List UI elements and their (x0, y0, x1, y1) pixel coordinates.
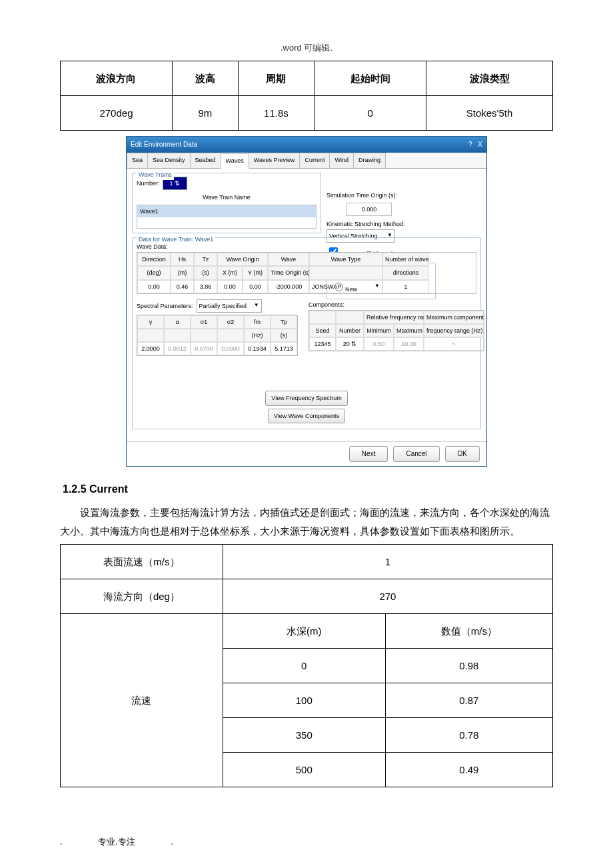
tab-sea-density[interactable]: Sea Density (147, 153, 191, 167)
close-icon[interactable]: X (478, 141, 482, 148)
view-frequency-spectrum-button[interactable]: View Frequency Spectrum (265, 391, 347, 405)
cell[interactable]: 0.00 (217, 280, 243, 293)
chevron-down-icon: ▼ (374, 281, 380, 292)
col-header (309, 266, 382, 279)
wave-train-name-header: Wave Train Name (137, 192, 316, 203)
wave-train-list[interactable]: Wave1 (137, 205, 316, 229)
cell[interactable]: 1 (382, 280, 429, 293)
cell[interactable]: 0.46 (171, 280, 194, 293)
tab-waves[interactable]: Waves (221, 153, 249, 168)
sim-origin-value[interactable]: 0.000 (346, 203, 392, 216)
col-header: Hs (171, 253, 194, 266)
col-header: 数值（m/s） (385, 613, 552, 648)
col-header: Tp (271, 315, 297, 329)
wave-type-dropdown[interactable]: JONSWAP▼ (309, 280, 382, 293)
cell: 表面流速（m/s） (61, 544, 223, 579)
tab-sea[interactable]: Sea (127, 153, 148, 167)
col-header: 波浪类型 (426, 61, 553, 96)
cell[interactable]: -2000.000 (268, 280, 309, 293)
col-header (164, 329, 191, 342)
spectral-params-label: Spectral Parameters: (137, 301, 193, 311)
cell[interactable]: 2.0000 (137, 342, 164, 355)
cell: 1 (223, 544, 552, 579)
next-button[interactable]: Next (349, 446, 388, 462)
page-footer: . 专业.专注 . (60, 834, 553, 849)
cell: 流速 (61, 613, 223, 787)
dialog-titlebar: Edit Environment Data ? X (127, 137, 486, 153)
footer-text: 专业.专注 (98, 837, 135, 847)
cell: 0.0700 (191, 342, 217, 355)
table-row: 流速水深(m)数值（m/s） (61, 613, 553, 648)
help-icon[interactable]: ? (468, 141, 472, 148)
tab-current[interactable]: Current (299, 153, 330, 167)
col-header: (s) (194, 266, 217, 279)
ok-button[interactable]: OK (445, 446, 480, 462)
wave-parameters-table: 波浪方向 波高 周期 起始时间 波浪类型 270deg 9m 11.8s 0 S… (60, 61, 553, 131)
view-wave-components-button[interactable]: View Wave Components (268, 409, 345, 423)
col-header (217, 329, 244, 342)
cell: 11.8s (238, 96, 314, 131)
cell: 9m (172, 96, 238, 131)
cell: 0 (314, 96, 426, 131)
dialog-title: Edit Environment Data (131, 139, 197, 151)
cell[interactable]: 0.1934 (244, 342, 271, 355)
col-header: σ2 (217, 315, 244, 329)
col-header: (deg) (137, 266, 171, 279)
col-header: 波高 (172, 61, 238, 96)
cell: ~ (424, 337, 484, 351)
cell: 0.87 (385, 683, 552, 717)
col-header: Number of wave (382, 253, 429, 266)
cell: 海流方向（deg） (61, 579, 223, 613)
components-grid: Relative frequency range Maximum compone… (308, 310, 484, 352)
spectral-params-dropdown[interactable]: Partially Specified▼ (197, 299, 262, 313)
cell: Stokes'5th (426, 96, 553, 131)
cell: 0.49 (385, 752, 552, 787)
cell[interactable]: 3.86 (194, 280, 217, 293)
list-item[interactable]: Wave1 (137, 205, 316, 217)
col-header: (s) (271, 329, 297, 342)
col-header: frequency range (Hz) (424, 324, 484, 337)
data-wave-train-legend: Data for Wave Train: Wave1 (137, 234, 215, 245)
cell[interactable]: 12345 (309, 337, 336, 351)
col-header (191, 329, 217, 342)
cancel-button[interactable]: Cancel (393, 446, 439, 462)
col-header: Seed (309, 324, 336, 337)
tab-wind[interactable]: Wind (329, 153, 354, 167)
cell: 10.00 (394, 337, 424, 351)
cell: 350 (223, 717, 385, 752)
col-header: Wave Type (309, 253, 382, 266)
cell: 0 (223, 648, 385, 683)
col-header: Tz (194, 253, 217, 266)
header-note: .word 可编辑. (60, 40, 553, 55)
tab-drawing[interactable]: Drawing (353, 153, 386, 167)
cell[interactable]: 0.00 (243, 280, 268, 293)
col-header: Wave (268, 253, 309, 266)
col-header: 周期 (238, 61, 314, 96)
table-row: 海流方向（deg）270 (61, 579, 553, 613)
col-header: Maximum (394, 324, 424, 337)
cell[interactable]: 5.1713 (271, 342, 297, 355)
col-header: 起始时间 (314, 61, 426, 96)
col-header: fm (244, 315, 271, 329)
chevron-down-icon: ▼ (254, 301, 259, 311)
number-stepper[interactable]: 20 ⇅ (336, 337, 364, 351)
col-header: γ (137, 315, 164, 329)
cell: 100 (223, 683, 385, 717)
cell: 0.50 (364, 337, 394, 351)
cell: 0.78 (385, 717, 552, 752)
table-row: 270deg 9m 11.8s 0 Stokes'5th (61, 96, 553, 131)
tab-waves-preview[interactable]: Waves Preview (249, 153, 301, 167)
col-header: directions (382, 266, 429, 279)
table-row: 波浪方向 波高 周期 起始时间 波浪类型 (61, 61, 553, 96)
col-header: 波浪方向 (61, 61, 173, 96)
edit-environment-dialog: Edit Environment Data ? X Sea Sea Densit… (126, 136, 487, 466)
tab-seabed[interactable]: Seabed (190, 153, 221, 167)
footer-text: . (60, 837, 63, 847)
body-paragraph: 设置海流参数，主要包括海流计算方法，内插值式还是剖面式；海面的流速，来流方向，各… (60, 503, 553, 541)
cell[interactable]: 0.00 (137, 280, 171, 293)
sim-origin-label: Simulation Time Origin (s): (326, 190, 397, 201)
footer-text: . (171, 837, 174, 847)
kinematic-label: Kinematic Stretching Method: (326, 219, 473, 229)
wave-trains-legend: Wave Trains (137, 169, 174, 180)
col-header: (m) (171, 266, 194, 279)
